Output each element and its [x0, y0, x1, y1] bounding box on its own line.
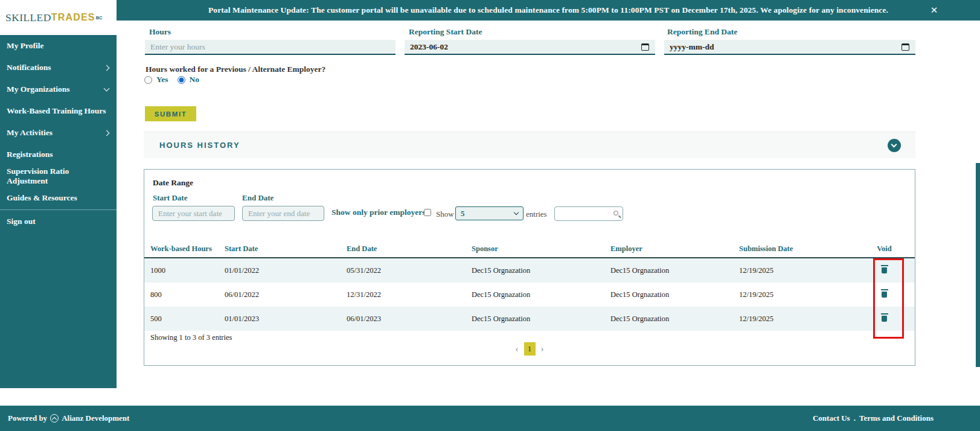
sidebar-item-sign-out[interactable]: Sign out: [0, 211, 117, 232]
date-range-label: Date Range: [153, 178, 193, 188]
pagination-page-1[interactable]: 1: [524, 342, 536, 356]
cell-employer: Dec15 Orgnazation: [610, 290, 739, 299]
prior-employers-checkbox[interactable]: [424, 209, 431, 216]
sidebar-item-label: Registrations: [7, 150, 53, 159]
sidebar-item-label: Guides & Resources: [7, 193, 77, 203]
vertical-scrollbar[interactable]: [976, 163, 980, 367]
radio-yes-label[interactable]: Yes: [156, 75, 168, 85]
cell-hours: 1000: [144, 266, 225, 275]
portal-page: Portal Maintenance Update: The customer …: [0, 0, 980, 431]
contact-us-link[interactable]: Contact Us: [813, 413, 850, 423]
hours-history-panel: Date Range Start Date End Date Show only…: [144, 169, 915, 366]
cell-submission-date: 12/19/2025: [739, 290, 854, 299]
cell-hours: 500: [144, 314, 225, 324]
void-trash-icon[interactable]: [880, 265, 889, 273]
cell-start-date: 01/01/2022: [225, 266, 347, 275]
pagination-next-icon[interactable]: ›: [541, 344, 544, 354]
sidebar-divider: [0, 209, 117, 210]
column-header: End Date: [347, 244, 472, 254]
sidebar-item-label: My Organizations: [7, 85, 70, 94]
column-header: Submission Date: [739, 244, 854, 254]
filter-end-date-input[interactable]: [242, 206, 324, 221]
table-row: 500 01/01/2023 06/01/2023 Dec15 Orgnazat…: [144, 307, 915, 331]
table-header-row: Work-based Hours Start Date End Date Spo…: [144, 241, 915, 258]
alianz-logo-icon: [50, 414, 59, 423]
column-header: Start Date: [225, 244, 347, 254]
terms-and-conditions-link[interactable]: Terms and Conditions: [859, 413, 934, 423]
prior-employers-label: Show only prior employers?: [331, 208, 429, 217]
sidebar-item-my-organizations[interactable]: My Organizations: [0, 78, 117, 100]
sidebar-item-supervision-ratio-adjustment[interactable]: Supervision Ratio Adjustment: [0, 165, 117, 187]
hours-history-header: HOURS HISTORY: [144, 132, 915, 158]
sidebar-item-work-based-training-hours[interactable]: Work-Based Training Hours: [0, 100, 117, 122]
search-input[interactable]: [555, 207, 610, 220]
filter-start-date-input[interactable]: [152, 206, 235, 221]
cell-sponsor: Dec15 Orgnazation: [472, 314, 610, 324]
logo-part-skilled: SKILLED: [5, 11, 51, 24]
sidebar-item-my-activities[interactable]: My Activities: [0, 122, 117, 144]
cell-end-date: 05/31/2022: [347, 266, 472, 275]
hours-label: Hours: [149, 27, 171, 37]
pagination: ‹ 1 ›: [144, 342, 915, 356]
pagination-prev-icon[interactable]: ‹: [516, 344, 519, 354]
submit-button[interactable]: SUBMIT: [145, 106, 196, 121]
previous-employer-radio-group: Yes No: [144, 75, 205, 85]
show-label: Show: [436, 209, 454, 219]
sidebar-item-label: Sign out: [7, 217, 36, 226]
sidebar-item-label: Supervision Ratio Adjustment: [7, 167, 109, 186]
void-trash-icon[interactable]: [880, 289, 889, 298]
column-header: Sponsor: [472, 244, 610, 254]
radio-yes[interactable]: [144, 76, 152, 84]
sidebar-item-registrations[interactable]: Registrations: [0, 144, 117, 165]
hours-history-table: Work-based Hours Start Date End Date Spo…: [144, 241, 915, 331]
footer-powered-by: Powered by Alianz Development: [8, 413, 129, 423]
previous-employer-question: Hours worked for a Previous / Alternate …: [146, 65, 325, 74]
void-trash-icon[interactable]: [880, 313, 889, 322]
chevron-down-icon: [891, 142, 897, 148]
footer-link-separator: .: [854, 413, 856, 423]
reporting-start-date-input[interactable]: 2023-06-02: [405, 40, 655, 55]
calendar-icon[interactable]: [902, 43, 909, 51]
radio-no-label[interactable]: No: [190, 75, 200, 85]
calendar-icon[interactable]: [641, 43, 649, 51]
cell-submission-date: 12/19/2025: [739, 266, 854, 275]
filter-start-date-label: Start Date: [153, 193, 187, 203]
sidebar-item-label: My Profile: [7, 41, 44, 51]
sidebar: My Profile Notifications My Organization…: [0, 35, 117, 388]
skilledtradesbc-logo[interactable]: SKILLEDTRADESBC: [0, 0, 117, 35]
reporting-end-date-placeholder: yyyy-mm-dd: [670, 42, 714, 52]
page-size-select[interactable]: 5: [455, 206, 524, 220]
cell-employer: Dec15 Orgnazation: [610, 266, 739, 275]
chevron-right-icon: [104, 65, 110, 71]
cell-hours: 800: [144, 290, 225, 299]
reporting-start-date-value: 2023-06-02: [410, 42, 448, 52]
search-icon: [613, 211, 618, 216]
sidebar-item-label: Work-Based Training Hours: [7, 106, 106, 116]
hours-input[interactable]: [145, 40, 396, 55]
chevron-down-icon: [514, 210, 519, 215]
filter-end-date-label: End Date: [242, 193, 274, 203]
close-icon[interactable]: ✕: [924, 0, 944, 21]
maintenance-banner-text: Portal Maintenance Update: The customer …: [208, 5, 888, 15]
collapse-toggle-button[interactable]: [888, 139, 901, 152]
reporting-end-date-label: Reporting End Date: [667, 27, 737, 37]
cell-end-date: 06/01/2023: [347, 314, 472, 324]
column-header: Void: [854, 244, 915, 254]
column-header: Employer: [610, 244, 739, 254]
cell-end-date: 12/31/2022: [347, 290, 472, 299]
cell-sponsor: Dec15 Orgnazation: [472, 266, 610, 275]
reporting-start-date-label: Reporting Start Date: [409, 27, 482, 37]
table-row: 1000 01/01/2022 05/31/2022 Dec15 Orgnaza…: [144, 258, 915, 283]
logo-superscript: BC: [96, 15, 103, 21]
cell-start-date: 01/01/2023: [225, 314, 347, 324]
sidebar-item-notifications[interactable]: Notifications: [0, 57, 117, 78]
cell-start-date: 06/01/2022: [225, 290, 347, 299]
footer-links: Contact Us . Terms and Conditions: [813, 413, 934, 423]
cell-employer: Dec15 Orgnazation: [610, 314, 739, 324]
sidebar-item-my-profile[interactable]: My Profile: [0, 35, 117, 57]
sidebar-item-guides-resources[interactable]: Guides & Resources: [0, 187, 117, 209]
reporting-end-date-input[interactable]: yyyy-mm-dd: [664, 40, 915, 55]
table-search: [554, 206, 623, 221]
radio-no[interactable]: [178, 76, 185, 84]
entries-label: entries: [526, 209, 547, 219]
